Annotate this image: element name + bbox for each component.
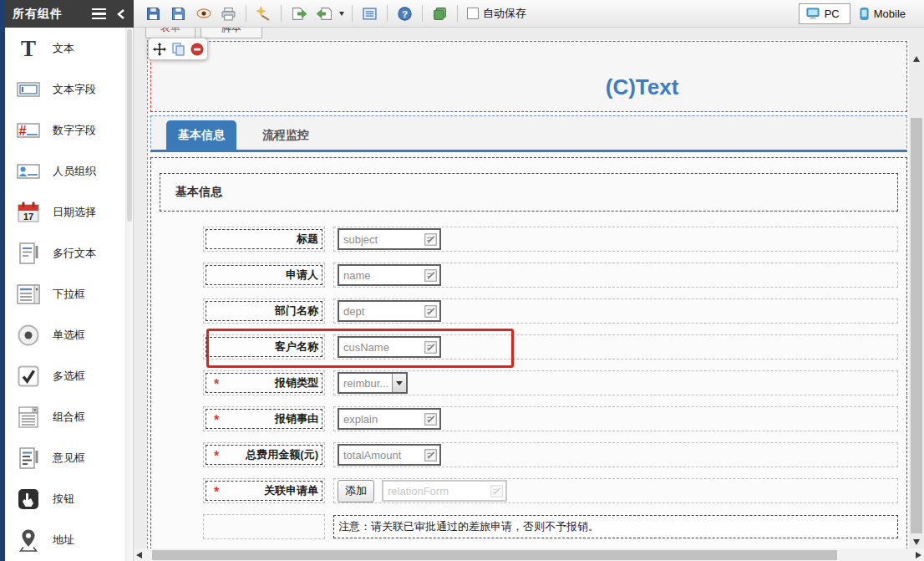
import-icon[interactable] [312,3,335,24]
note-text-component[interactable]: 注意：请关联已审批通过的差旅申请，否则不予报销。 [333,515,898,538]
form-tab-basic-info[interactable]: 基本信息 [166,120,236,150]
dropdown-icon [15,281,42,308]
form-designer-page: (C)Text 基本信息 流程监控 基本信息 标题 subject [147,40,909,561]
form-title-component[interactable]: (C)Text [150,41,907,112]
radio-icon [15,322,42,349]
magic-wand-icon[interactable] [252,3,275,24]
field-input-subject[interactable]: subject [338,228,441,250]
date-picker-icon: 17 [15,199,42,226]
editor-tab-script[interactable]: 脚本 [201,28,262,38]
save-as-icon[interactable] [167,3,190,24]
sidebar-item-address[interactable]: 地址 [5,519,133,560]
mobile-view-button[interactable]: Mobile [853,3,916,24]
save-icon[interactable] [142,3,165,24]
form-row-reimburse-type: *报销类型 reimbur... [203,370,898,395]
text-field-icon [15,76,42,103]
text-icon: T [15,35,42,62]
richtext-edit-icon [424,305,437,318]
opinion-box-icon [15,445,42,472]
sidebar-item-multiline-text[interactable]: 多行文本 [5,232,133,273]
field-input-dept[interactable]: dept [338,300,441,322]
field-input-name[interactable]: name [338,264,441,286]
toolbar-separator [457,5,458,22]
sidebar-scrollbar-thumb[interactable] [127,29,132,222]
copy-icon[interactable] [170,41,186,58]
svg-text:?: ? [402,8,408,18]
combobox-icon [15,404,42,431]
form-row-note: 注意：请关联已审批通过的差旅申请，否则不予报销。 [203,514,898,539]
sidebar-item-date-picker[interactable]: 17 日期选择 [5,191,133,232]
note-empty-label-cell [203,514,325,539]
field-label-subject[interactable]: 标题 [206,229,322,249]
canvas-vertical-scrollbar[interactable] [911,53,923,548]
field-label-relation-form[interactable]: *关联申请单 [206,481,322,501]
add-relation-button[interactable]: 添加 [338,480,374,502]
main-toolbar: ? 自动保存 PC Mobile [134,0,924,28]
export-icon[interactable] [287,3,310,24]
field-label-name[interactable]: 申请人 [206,265,322,285]
field-input-total-amount[interactable]: totalAmount [338,444,441,466]
field-label-explain[interactable]: *报销事由 [206,409,322,429]
scroll-up-arrow-icon[interactable] [913,56,920,62]
preview-eye-icon[interactable] [192,3,215,24]
sidebar-item-button[interactable]: 按钮 [5,478,133,519]
svg-text:T: T [21,36,36,61]
print-icon[interactable] [217,3,240,24]
vertical-scroll-thumb[interactable] [911,118,922,533]
sidebar-item-number-field[interactable]: # 数字字段 [5,110,133,150]
sidebar-item-text[interactable]: T 文本 [5,28,133,69]
form-row-subject: 标题 subject [203,227,898,252]
form-list-icon[interactable] [358,3,381,24]
field-label-total-amount[interactable]: *总费用金额(元) [206,445,322,465]
scroll-left-arrow-icon[interactable] [136,552,142,558]
canvas-horizontal-scrollbar[interactable] [134,548,924,561]
layers-icon[interactable] [429,3,451,24]
autosave-toggle[interactable]: 自动保存 [467,6,526,21]
component-mini-toolbar [148,38,208,60]
field-label-dept[interactable]: 部门名称 [206,301,322,321]
collapse-sidebar-icon[interactable] [116,8,126,20]
move-icon[interactable] [151,41,168,58]
scroll-down-arrow-icon[interactable] [913,539,920,545]
autosave-checkbox[interactable] [467,8,479,19]
delete-icon[interactable] [189,41,206,58]
mobile-phone-icon [860,8,869,20]
pc-view-button[interactable]: PC [799,3,850,24]
sidebar-item-text-field[interactable]: 文本字段 [5,69,133,110]
field-input-relation-form[interactable]: relationForm [382,480,507,502]
scroll-right-arrow-icon[interactable] [916,552,921,558]
form-title[interactable]: (C)Text [606,74,679,100]
richtext-edit-icon [424,233,437,246]
required-asterisk: * [214,380,219,389]
sidebar-item-radio[interactable]: 单选框 [5,314,133,355]
sidebar-item-checkbox[interactable]: 多选框 [5,355,133,396]
menu-icon[interactable] [92,8,106,20]
form-row-dept: 部门名称 dept [203,298,898,324]
form-tab-process-monitor[interactable]: 流程监控 [251,120,321,150]
help-icon[interactable]: ? [393,3,416,24]
field-input-explain[interactable]: explain [338,408,441,430]
section-header[interactable]: 基本信息 [160,173,898,212]
pc-monitor-icon [806,8,820,19]
form-row-name: 申请人 name [203,263,898,288]
sidebar-item-dropdown[interactable]: 下拉框 [5,273,133,314]
field-input-cusname[interactable]: cusName [338,336,441,358]
field-label-cusname[interactable]: 客户名称 [206,337,322,357]
svg-text:#: # [19,124,27,138]
richtext-edit-icon [490,485,503,497]
required-asterisk: * [214,416,219,425]
select-caret-icon[interactable] [392,374,406,392]
sidebar-item-opinion-box[interactable]: 意见框 [5,437,133,478]
sidebar-scrollbar[interactable] [125,28,132,561]
horizontal-scroll-thumb[interactable] [152,550,837,560]
form-row-total-amount: *总费用金额(元) totalAmount [203,442,898,467]
field-label-reimburse-type[interactable]: *报销类型 [206,373,322,393]
field-select-reimburse-type[interactable]: reimbur... [338,372,408,394]
import-dropdown-caret-icon[interactable] [338,12,346,16]
sidebar-item-combobox[interactable]: 组合框 [5,396,133,437]
sidebar-header: 所有组件 [5,0,134,28]
toolbar-separator [352,5,353,22]
richtext-edit-icon [424,269,437,282]
sidebar-item-person-org[interactable]: 人员组织 [5,150,133,191]
sidebar-title: 所有组件 [13,7,92,22]
